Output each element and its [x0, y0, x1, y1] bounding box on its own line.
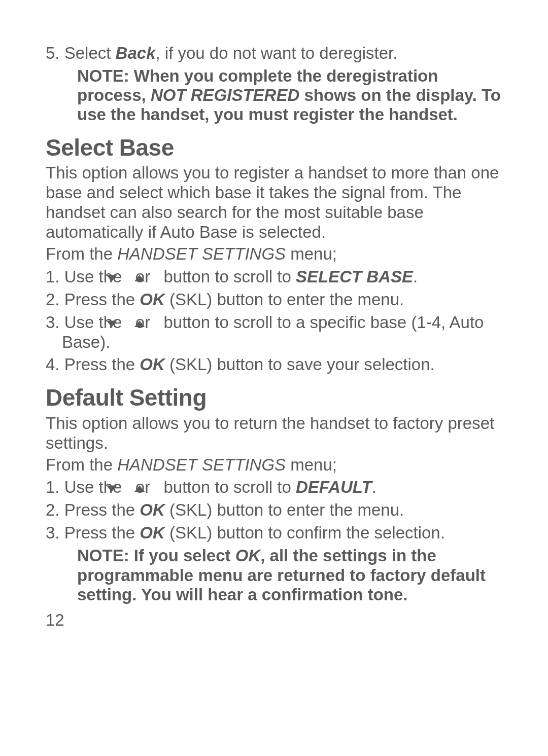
- text: Press the: [64, 290, 140, 309]
- text: Press the: [64, 355, 140, 374]
- select-base-keyword: SELECT BASE: [296, 267, 413, 286]
- step-5: 5. Select Back, if you do not want to de…: [46, 44, 502, 63]
- step-number: 4.: [46, 355, 60, 374]
- heading-select-base: Select Base: [46, 134, 502, 161]
- ok-keyword: OK: [140, 500, 165, 519]
- select-base-step-4: 4. Press the OK (SKL) button to save you…: [46, 355, 502, 375]
- step-number: 2.: [46, 500, 60, 519]
- default-step-2: 2. Press the OK (SKL) button to enter th…: [46, 500, 502, 520]
- text: Press the: [64, 500, 140, 519]
- note-deregistration: NOTE: When you complete the deregistrati…: [77, 66, 502, 125]
- text: (SKL) button to confirm the selection.: [165, 523, 445, 542]
- text: button to scroll to: [159, 478, 296, 496]
- text: From the: [46, 244, 117, 263]
- select-base-from-menu: From the HANDSET SETTINGS menu;: [46, 244, 502, 264]
- note-default-setting: NOTE: If you select OK, all the settings…: [77, 546, 502, 604]
- select-base-description: This option allows you to register a han…: [46, 163, 502, 242]
- select-base-step-2: 2. Press the OK (SKL) button to enter th…: [46, 290, 502, 310]
- up-arrow-icon: ▲: [154, 271, 160, 284]
- text: button to scroll to: [159, 267, 296, 286]
- text: NOTE: If you select: [77, 546, 235, 565]
- ok-keyword: OK: [140, 290, 165, 309]
- ok-keyword: OK: [140, 523, 165, 542]
- heading-default-setting: Default Setting: [46, 384, 502, 411]
- default-step-1: 1. Use the ▼ or ▲ button to scroll to DE…: [46, 478, 502, 497]
- text: menu;: [286, 455, 337, 474]
- text: (SKL) button to save your selection.: [165, 355, 435, 374]
- text: , if you do not want to deregister.: [155, 44, 397, 62]
- default-keyword: DEFAULT: [296, 478, 372, 496]
- step-number: 1.: [46, 267, 60, 286]
- up-arrow-icon: ▲: [154, 317, 160, 330]
- text: Press the: [64, 523, 140, 542]
- text: menu;: [286, 244, 337, 263]
- text: (SKL) button to enter the menu.: [165, 290, 404, 309]
- ok-keyword: OK: [235, 546, 261, 565]
- up-arrow-icon: ▲: [154, 482, 160, 495]
- text: From the: [46, 455, 117, 474]
- text: (SKL) button to enter the menu.: [165, 500, 404, 519]
- menu-name: HANDSET SETTINGS: [117, 455, 286, 474]
- step-number: 5.: [46, 44, 60, 62]
- text: .: [372, 478, 376, 496]
- page-number: 12: [46, 610, 502, 630]
- step-number: 1.: [46, 478, 60, 496]
- step-number: 3.: [46, 523, 60, 542]
- back-keyword: Back: [116, 44, 156, 62]
- select-base-step-1: 1. Use the ▼ or ▲ button to scroll to SE…: [46, 267, 502, 287]
- step-number: 2.: [46, 290, 60, 309]
- default-step-3: 3. Press the OK (SKL) button to confirm …: [46, 523, 502, 543]
- select-base-step-3: 3. Use the ▼ or ▲ button to scroll to a …: [46, 313, 502, 352]
- text: Select: [64, 44, 116, 62]
- step-number: 3.: [46, 313, 60, 332]
- default-setting-from-menu: From the HANDSET SETTINGS menu;: [46, 455, 502, 475]
- ok-keyword: OK: [140, 355, 165, 374]
- menu-name: HANDSET SETTINGS: [117, 244, 286, 263]
- default-setting-description: This option allows you to return the han…: [46, 414, 502, 453]
- text: .: [413, 267, 418, 286]
- not-registered-keyword: NOT REGISTERED: [151, 86, 299, 104]
